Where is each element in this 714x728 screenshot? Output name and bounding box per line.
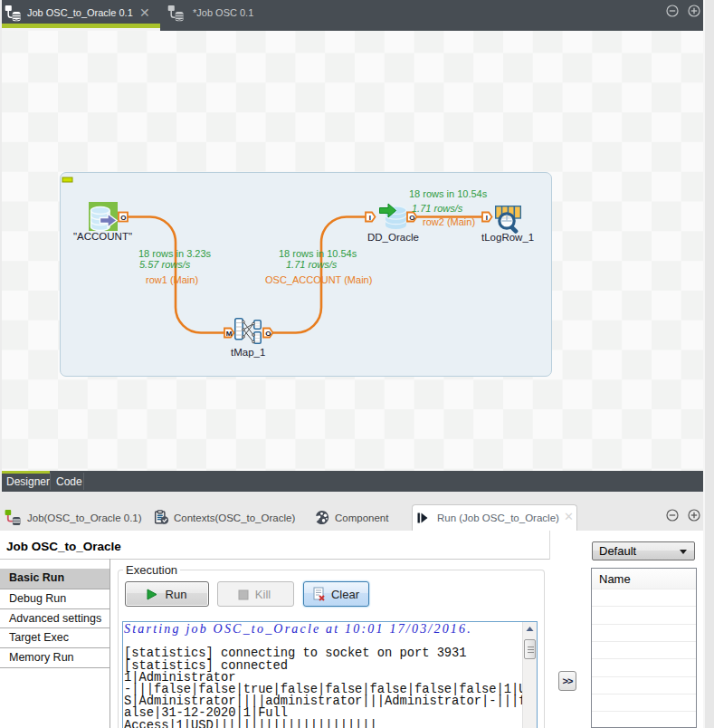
svg-text:I: I (369, 214, 371, 222)
svg-text:I: I (486, 214, 488, 222)
svg-text:M: M (226, 330, 233, 338)
svg-text:O: O (265, 330, 271, 338)
svg-text:O: O (409, 214, 414, 222)
svg-text:O: O (120, 214, 126, 222)
